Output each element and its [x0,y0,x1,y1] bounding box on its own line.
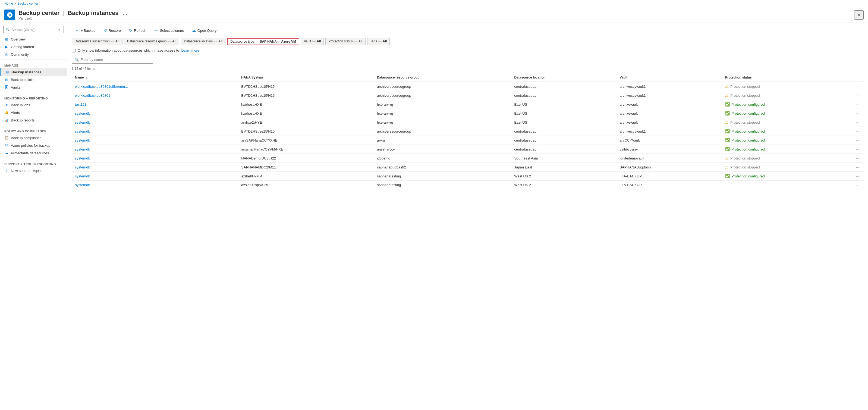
cell-name: systemdb [72,118,238,127]
filter-protection-status[interactable]: Protection status == All [326,38,365,45]
refresh-button[interactable]: ↻ Refresh [125,26,150,34]
cell-vault: FTA-BACKUP [616,172,722,181]
sidebar-label-backup-instances: Backup instances [11,70,41,74]
restore-button[interactable]: ↺ Restore [100,26,125,34]
close-button[interactable]: ✕ [854,10,864,20]
header-left: Backup center | Backup instances ... Mic… [4,9,127,20]
sidebar-item-new-support[interactable]: New support request [0,167,67,174]
row-more-button[interactable]: ··· [854,111,860,116]
content-area: ＋ + Backup ↺ Restore ↻ Refresh → Select … [67,23,868,410]
cell-vault: ignitedemovault [616,154,722,163]
col-header-protection-status[interactable]: Protection status [722,74,851,82]
table-row[interactable]: systemdb arvSAPHanaCCY\XHE arvrg central… [72,136,864,145]
row-more-button[interactable]: ··· [854,84,860,89]
cell-resource-group: saphanatesting [374,181,511,189]
filter-type-label: Datasource type == [230,40,260,43]
filter-by-name-input[interactable] [81,58,150,62]
table-row[interactable]: systemdb anssharHanaCCYVM\HXE anssharccy… [72,145,864,154]
backup-label: + Backup [81,29,96,33]
cell-actions: ··· [851,163,864,172]
table-row[interactable]: systemdb HANADemoIDC3\H22 idcdemo Southe… [72,154,864,163]
backup-button[interactable]: ＋ + Backup [72,26,99,35]
protectable-icon [4,151,9,155]
sidebar-item-azure-policies[interactable]: Azure policies for backup [0,142,67,149]
sidebar-search-container[interactable]: 🔍 « [3,26,64,33]
cell-actions: ··· [851,154,864,163]
row-more-button[interactable]: ··· [854,156,860,161]
sidebar-item-alerts[interactable]: Alerts [0,109,67,116]
table-row[interactable]: workloadbackup36801 BVTD2HSuse15\H15 arc… [72,91,864,100]
col-header-resource-group[interactable]: Datasource resource group [374,74,511,82]
table-row[interactable]: systemdb arvhxe2\HYE hxe-arv-rg East US … [72,118,864,127]
cell-protection-status: ⚠Protection stopped [722,118,851,127]
sidebar-item-backup-jobs[interactable]: Backup jobs [0,101,67,109]
row-more-button[interactable]: ··· [854,138,860,143]
check-icon: ✅ [725,111,730,115]
sidebar-item-getting-started[interactable]: Getting started [0,43,67,51]
warning-icon: ⚠ [725,84,729,89]
row-more-button[interactable]: ··· [854,174,860,179]
warning-icon: ⚠ [725,120,729,124]
col-header-hana-system[interactable]: HANA System [238,74,374,82]
cell-hana-system: arvhxe2\HYE [238,118,374,127]
breadcrumb-current[interactable]: Backup center [18,2,38,5]
table-row[interactable]: systemdb BVTD2HSuse15\H15 archiveresourc… [72,127,864,136]
row-more-button[interactable]: ··· [854,102,860,107]
open-query-button[interactable]: ☁ Open Query [188,26,220,34]
sidebar-item-overview[interactable]: Overview [0,35,67,43]
row-more-button[interactable]: ··· [854,120,860,125]
row-more-button[interactable]: ··· [854,147,860,152]
table-row[interactable]: systemdb SAPHANAMDC2\M11 saphanabugbash2… [72,163,864,172]
col-header-name[interactable]: Name ↓ [72,74,238,82]
access-checkbox[interactable] [72,49,75,53]
row-more-button[interactable]: ··· [854,129,860,134]
breadcrumb-home[interactable]: Home [4,2,13,5]
filter-input-container[interactable]: 🔍 [72,56,153,64]
filter-location[interactable]: Datasource location == All [181,38,225,45]
cell-location: West US 2 [511,181,616,189]
open-query-label: Open Query [197,29,217,33]
sidebar-item-community[interactable]: Community [0,51,67,58]
sidebar-item-backup-instances[interactable]: Backup instances [0,68,67,76]
header-more-button[interactable]: ... [123,10,127,16]
table-row[interactable]: workloadbackup36801differentn... BVTD2HS… [72,82,864,91]
search-input[interactable] [11,28,55,32]
cell-location: Japan East [511,163,616,172]
filter-vault[interactable]: Vault == All [301,38,324,45]
filter-type[interactable]: Datasource type == SAP HANA in Azure VM [227,38,299,45]
table-row[interactable]: test123 hxehost\HXE hxe-arv-rg East US a… [72,100,864,109]
filter-location-label: Datasource location == [184,39,218,43]
select-columns-button[interactable]: → Select columns [151,26,187,34]
row-more-button[interactable]: ··· [854,93,860,98]
vaults-icon [4,85,9,89]
access-checkbox-row: Only show information about datasources … [72,48,864,53]
page-section-title: Backup instances [68,9,118,17]
table-row[interactable]: systemdb azsles12sp5\S25 saphanatesting … [72,181,864,189]
backup-instances-icon [5,70,9,74]
table-row[interactable]: systemdb hxehost\HXE hxe-arv-rg East US … [72,109,864,118]
sidebar-item-backup-policies[interactable]: Backup policies [0,76,67,83]
cell-name: systemdb [72,181,238,189]
table-row[interactable]: systemdb azrhel84\R84 saphanatesting Wes… [72,172,864,181]
filter-subscription[interactable]: Datasource subscription == All [72,38,123,45]
sidebar-item-vaults[interactable]: Vaults [0,83,67,91]
learn-more-link[interactable]: Learn more. [181,48,200,53]
row-more-button[interactable]: ··· [854,182,860,187]
col-header-vault[interactable]: Vault [616,74,722,82]
collapse-button[interactable]: « [57,27,61,32]
backup-center-icon [6,12,13,18]
breadcrumb-separator: › [15,2,16,5]
col-header-location[interactable]: Datasource location [511,74,616,82]
cell-protection-status: ⚠Protection stopped [722,91,851,100]
cell-hana-system: BVTD2HSuse15\H15 [238,127,374,136]
cell-hana-system: BVTD2HSuse15\H15 [238,82,374,91]
row-more-button[interactable]: ··· [854,165,860,170]
filter-tags[interactable]: Tags == All [367,38,390,45]
sidebar-item-backup-compliance[interactable]: Backup compliance [0,134,67,142]
restore-label: Restore [108,29,121,33]
sidebar-item-backup-reports[interactable]: Backup reports [0,116,67,124]
sidebar-item-protectable[interactable]: Protectable datasources [0,149,67,157]
filter-resource-group[interactable]: Datasource resource group == All [124,38,179,45]
cell-name: systemdb [72,163,238,172]
cell-name: workloadbackup36801 [72,91,238,100]
